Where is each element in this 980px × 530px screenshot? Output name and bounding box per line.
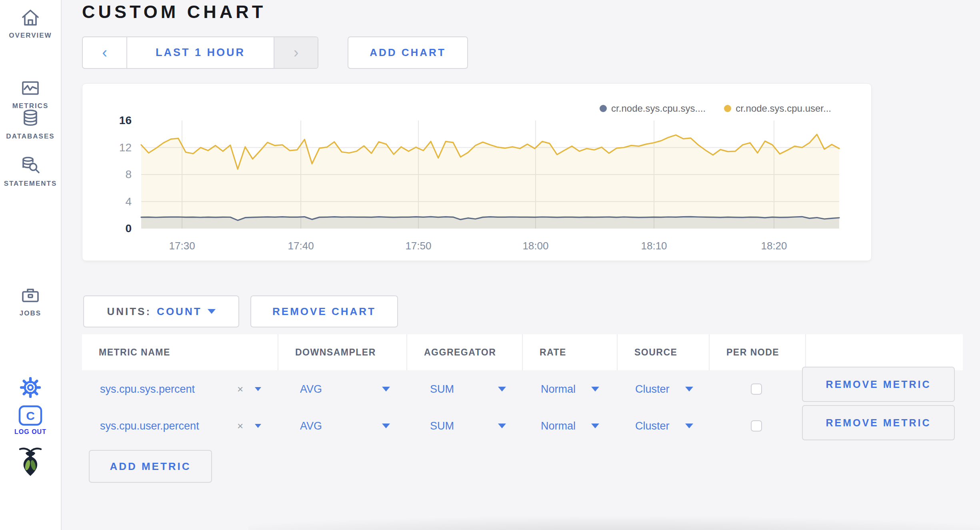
gear-icon (20, 377, 41, 398)
scroll-shadow (248, 514, 980, 530)
units-value: COUNT (157, 305, 202, 318)
clear-metric-icon[interactable]: × (237, 383, 243, 395)
chevron-down-icon[interactable] (591, 424, 599, 428)
chevron-right-icon: › (294, 44, 299, 61)
units-label: UNITS: (107, 305, 151, 318)
briefcase-icon (19, 284, 42, 307)
source-value[interactable]: Cluster (635, 420, 670, 432)
column-header-aggregator: AGGREGATOR (406, 334, 522, 370)
column-header-actions (805, 334, 963, 370)
sidebar-item-label: JOBS (0, 309, 61, 317)
add-metric-button[interactable]: ADD METRIC (89, 450, 212, 483)
chevron-left-icon: ‹ (102, 44, 107, 61)
aggregator-value[interactable]: SUM (430, 383, 454, 395)
column-header-downsampler: DOWNSAMPLER (278, 334, 406, 370)
remove-chart-button[interactable]: REMOVE CHART (250, 295, 398, 327)
rate-value[interactable]: Normal (541, 383, 576, 395)
logout-button[interactable]: C LOG OUT (0, 405, 61, 436)
svg-text:16: 16 (119, 114, 132, 126)
chart-card: 17:3017:4017:5018:0018:1018:201612840 cr… (82, 83, 872, 261)
rate-value[interactable]: Normal (541, 420, 576, 432)
chevron-down-icon[interactable] (382, 387, 390, 391)
chevron-down-icon (208, 309, 216, 314)
svg-text:18:20: 18:20 (761, 240, 787, 252)
cockroachdb-logo (0, 446, 61, 476)
chart-legend: cr.node.sys.cpu.sys.... cr.node.sys.cpu.… (600, 103, 831, 114)
legend-item-user[interactable]: cr.node.sys.cpu.user... (724, 103, 831, 114)
column-header-metric-name: METRIC NAME (82, 334, 278, 370)
sidebar-item-label: OVERVIEW (0, 32, 61, 40)
column-header-rate: RATE (522, 334, 617, 370)
svg-text:0: 0 (125, 222, 132, 235)
sidebar: OVERVIEW METRICS DATABASES STATEMENTS (0, 0, 62, 530)
aggregator-value[interactable]: SUM (430, 420, 454, 432)
add-chart-button[interactable]: ADD CHART (348, 36, 468, 69)
time-range-selector: ‹ LAST 1 HOUR › (82, 36, 318, 69)
legend-label: cr.node.sys.cpu.sys.... (611, 103, 706, 114)
metrics-chart-icon (19, 77, 42, 99)
custom-chart-page: OVERVIEW METRICS DATABASES STATEMENTS (0, 0, 980, 530)
legend-dot-user (724, 105, 731, 112)
remove-metric-button[interactable]: REMOVE METRIC (802, 405, 955, 440)
downsampler-value[interactable]: AVG (300, 420, 322, 432)
downsampler-value[interactable]: AVG (300, 383, 322, 395)
metric-name-value[interactable]: sys.cpu.sys.percent (100, 383, 195, 395)
sidebar-item-databases[interactable]: DATABASES (0, 107, 61, 141)
svg-text:17:30: 17:30 (169, 240, 195, 252)
settings-button[interactable] (0, 377, 61, 398)
time-range-prev-button[interactable]: ‹ (83, 37, 127, 68)
remove-metric-button[interactable]: REMOVE METRIC (802, 367, 955, 402)
chevron-down-icon[interactable] (591, 387, 599, 391)
sidebar-item-label: STATEMENTS (0, 180, 61, 188)
svg-text:18:00: 18:00 (522, 240, 548, 252)
svg-text:17:40: 17:40 (288, 240, 314, 252)
metrics-table-header: METRIC NAME DOWNSAMPLER AGGREGATOR RATE … (82, 334, 963, 370)
svg-text:8: 8 (125, 168, 132, 181)
sidebar-item-overview[interactable]: OVERVIEW (0, 6, 61, 40)
chevron-down-icon[interactable] (685, 387, 693, 391)
units-dropdown[interactable]: UNITS: COUNT (83, 295, 239, 327)
home-icon (19, 6, 42, 29)
sidebar-item-label: DATABASES (0, 132, 61, 141)
cockroach-c-logo-icon: C (18, 405, 42, 426)
legend-item-sys[interactable]: cr.node.sys.cpu.sys.... (600, 103, 706, 114)
sidebar-item-statements[interactable]: STATEMENTS (0, 155, 61, 188)
svg-text:4: 4 (125, 195, 132, 208)
column-header-source: SOURCE (617, 334, 709, 370)
svg-text:12: 12 (119, 141, 132, 154)
statements-search-icon (19, 155, 42, 177)
chevron-down-icon[interactable] (498, 424, 506, 428)
column-header-per-node: PER NODE (709, 334, 805, 370)
svg-text:C: C (26, 409, 35, 422)
svg-text:17:50: 17:50 (405, 240, 431, 252)
per-node-checkbox[interactable] (751, 383, 762, 395)
page-title: CUSTOM CHART (82, 2, 266, 22)
time-range-dropdown[interactable]: LAST 1 HOUR (127, 37, 274, 68)
legend-label: cr.node.sys.cpu.user... (736, 103, 831, 114)
logout-label: LOG OUT (0, 428, 61, 436)
clear-metric-icon[interactable]: × (237, 420, 243, 432)
chevron-down-icon[interactable] (255, 424, 261, 428)
metric-name-value[interactable]: sys.cpu.user.percent (100, 420, 199, 432)
database-icon (19, 107, 42, 130)
chevron-down-icon[interactable] (382, 424, 390, 428)
cockroach-bug-icon (18, 446, 43, 476)
time-range-next-button[interactable]: › (274, 37, 318, 68)
sidebar-item-jobs[interactable]: JOBS (0, 284, 61, 317)
per-node-checkbox[interactable] (751, 420, 762, 432)
chevron-down-icon[interactable] (255, 387, 261, 391)
svg-text:18:10: 18:10 (641, 240, 667, 252)
legend-dot-sys (600, 105, 607, 112)
source-value[interactable]: Cluster (635, 383, 670, 395)
chevron-down-icon[interactable] (498, 387, 506, 391)
chevron-down-icon[interactable] (685, 424, 693, 428)
sidebar-item-metrics[interactable]: METRICS (0, 77, 61, 110)
time-range-label: LAST 1 HOUR (156, 46, 245, 59)
